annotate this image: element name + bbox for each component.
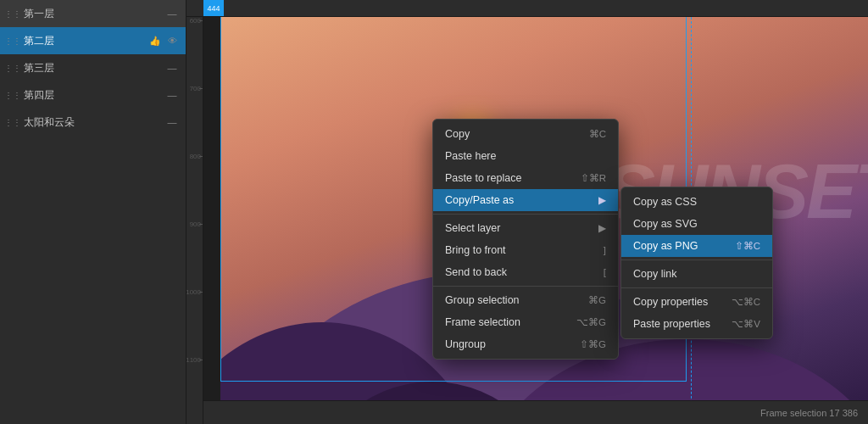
menu-item-label: Copy [445,128,470,140]
submenu-item-label: Copy as SVG [633,218,698,230]
sidebar-item-layer2[interactable]: ⋮⋮ 第二层 👍 👁 [0,27,186,54]
submenu-separator [621,287,772,288]
menu-item-shortcut: ▶ [598,222,606,234]
pin-icon: 👍 [148,34,162,47]
sub-context-menu: Copy as CSS Copy as SVG Copy as PNG ⇧⌘C … [620,187,773,339]
sidebar-item-layer3[interactable]: ⋮⋮ 第三层 — [0,54,186,81]
menu-item-label: Group selection [445,294,520,306]
status-bar: Frame selection 17 386 [203,400,868,424]
submenu-item-shortcut: ⌥⌘V [732,318,760,330]
context-menu: Copy ⌘C Paste here Paste to replace ⇧⌘R … [432,119,619,360]
eye-icon: — [165,7,179,20]
menu-item-group_selection[interactable]: Group selection ⌘G [433,289,618,311]
menu-item-label: Ungroup [445,338,486,350]
menu-item-shortcut: [ [604,267,606,277]
menu-item-shortcut: ⌘G [588,294,606,306]
submenu-item-copy_properties[interactable]: Copy properties ⌥⌘C [621,291,772,313]
submenu-item-label: Copy properties [633,296,708,308]
menu-item-frame_selection[interactable]: Frame selection ⌥⌘G [433,311,618,333]
menu-item-label: Select layer [445,222,500,234]
sidebar-item-layer5[interactable]: ⋮⋮ 太阳和云朵 — [0,109,186,136]
frame-info: Frame selection 17 386 [760,408,858,418]
submenu-item-label: Copy link [633,268,676,280]
submenu-item-shortcut: ⌥⌘C [732,296,760,308]
ruler-mark-1000: 1000 [186,288,203,296]
ruler-mark-900: 900 [186,220,203,228]
layer-icons: — [165,115,179,129]
menu-separator [433,214,618,215]
menu-item-paste_to_replace[interactable]: Paste to replace ⇧⌘R [433,167,618,189]
ruler-mark-700: 700 [186,85,203,92]
layer-name: 第二层 [24,34,148,48]
submenu-item-paste_properties[interactable]: Paste properties ⌥⌘V [621,313,772,335]
layer-name: 第三层 [24,61,165,75]
layer-icons: — [165,88,179,102]
drag-icon: ⋮⋮ [7,89,19,101]
menu-item-select_layer[interactable]: Select layer ▶ [433,217,618,239]
main-area: 444 60070080090010001100 [186,0,868,424]
menu-item-send_to_back[interactable]: Send to back [ [433,261,618,283]
sidebar-item-layer4[interactable]: ⋮⋮ 第四层 — [0,81,186,109]
ruler-highlight: 444 [203,0,224,17]
layer-name: 第四层 [24,88,165,103]
menu-item-shortcut: ⇧⌘R [581,172,606,184]
menu-item-ungroup[interactable]: Ungroup ⇧⌘G [433,333,618,355]
submenu-item-copy_as_png[interactable]: Copy as PNG ⇧⌘C [621,235,772,257]
drag-icon: ⋮⋮ [7,8,19,20]
ruler-mark-1100: 1100 [186,356,203,364]
sidebar: ⋮⋮ 第一层 — ⋮⋮ 第二层 👍 👁 ⋮⋮ 第三层 — ⋮⋮ 第四层 — ⋮⋮… [0,0,186,424]
submenu-item-copy_link[interactable]: Copy link [621,263,772,285]
layer-icons: — [165,61,179,75]
menu-item-shortcut: ⌥⌘G [576,316,606,328]
menu-item-copy[interactable]: Copy ⌘C [433,123,618,145]
menu-item-shortcut: ▶ [598,194,606,206]
drag-icon: ⋮⋮ [7,62,19,74]
canvas-area: SUNSET Copy ⌘C Paste here Paste to repla… [203,0,868,424]
menu-item-label: Bring to front [445,244,506,256]
drag-icon: ⋮⋮ [7,35,19,47]
menu-item-bring_to_front[interactable]: Bring to front ] [433,239,618,261]
ruler-mark-600: 600 [186,17,203,25]
layer-name: 太阳和云朵 [24,115,165,130]
layer-icons: — [165,7,179,20]
ruler-left: 60070080090010001100 [186,0,203,424]
submenu-item-copy_as_svg[interactable]: Copy as SVG [621,213,772,235]
submenu-item-label: Paste properties [633,318,710,330]
eye-icon: 👁 [165,34,179,47]
eye-icon: — [165,61,179,75]
submenu-item-shortcut: ⇧⌘C [735,240,760,252]
eye-icon: — [165,115,179,129]
ruler-mark-800: 800 [186,153,203,160]
submenu-item-label: Copy as CSS [633,196,697,208]
menu-item-label: Send to back [445,266,507,278]
layer-name: 第一层 [24,7,165,21]
drag-icon: ⋮⋮ [7,116,19,128]
sidebar-item-layer1[interactable]: ⋮⋮ 第一层 — [0,0,186,27]
submenu-item-label: Copy as PNG [633,240,698,252]
menu-item-label: Paste here [445,150,496,162]
menu-item-paste_here[interactable]: Paste here [433,145,618,167]
menu-item-shortcut: ] [604,245,606,255]
eye-icon: — [165,88,179,102]
menu-separator [433,286,618,287]
menu-item-label: Frame selection [445,316,520,328]
submenu-separator [621,259,772,260]
menu-item-label: Paste to replace [445,172,521,184]
layer-icons: 👍 👁 [148,34,179,47]
ruler-top: 444 [186,0,868,17]
menu-item-copy_paste_as[interactable]: Copy/Paste as ▶ [433,189,618,211]
menu-item-shortcut: ⇧⌘G [580,338,606,350]
submenu-item-copy_as_css[interactable]: Copy as CSS [621,191,772,213]
menu-item-shortcut: ⌘C [589,128,606,140]
context-menu-wrapper: Copy ⌘C Paste here Paste to replace ⇧⌘R … [432,119,619,360]
menu-item-label: Copy/Paste as [445,194,514,206]
